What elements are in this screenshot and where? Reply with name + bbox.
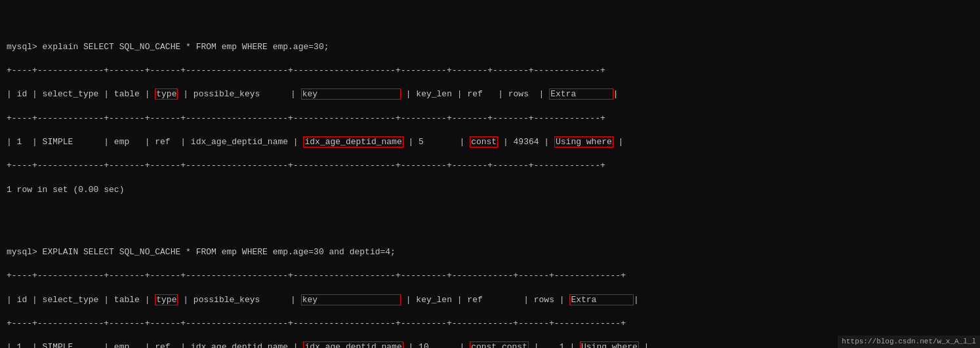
key-value-2: idx_age_deptid_name [303,341,403,348]
ref-value-1: const [470,136,498,147]
sep1-2: +----+-------------+-------+------+-----… [7,113,973,125]
header1: | id | select_type | table | type | poss… [7,88,973,100]
sep2-2: +----+-------------+-------+------+-----… [7,318,973,330]
header2: | id | select_type | table | type | poss… [7,294,973,306]
extra-highlight-1: Extra [549,88,613,100]
block2: mysql> EXPLAIN SELECT SQL_NO_CACHE * FRO… [7,235,973,348]
url-bar: https://blog.csdn.net/w_x_A_l_l [838,336,980,348]
extra-value-1: Using where [554,136,613,147]
key-highlight-1: key [301,88,401,100]
ref-value-2: const,const [470,341,529,348]
extra-value-2: Using where [580,341,639,348]
footer1: 1 row in set (0.00 sec) [7,184,973,196]
datarow1: | 1 | SIMPLE | emp | ref | idx_age_depti… [7,136,973,148]
terminal: mysql> explain SELECT SQL_NO_CACHE * FRO… [7,5,973,348]
key-highlight-2: key [301,294,401,305]
sep1-1: +----+-------------+-------+------+-----… [7,65,973,77]
type-highlight-2: type [155,294,178,305]
command1: mysql> explain SELECT SQL_NO_CACHE * FRO… [7,41,973,53]
command2: mysql> EXPLAIN SELECT SQL_NO_CACHE * FRO… [7,246,973,258]
sep2-1: +----+-------------+-------+------+-----… [7,270,973,282]
type-highlight-1: type [155,88,178,100]
datarow2: | 1 | SIMPLE | emp | ref | idx_age_depti… [7,341,973,348]
block1: mysql> explain SELECT SQL_NO_CACHE * FRO… [7,29,973,208]
sep1-3: +----+-------------+-------+------+-----… [7,160,973,172]
extra-highlight-2: Extra [569,294,634,305]
key-value-1: idx_age_deptid_name [303,136,403,147]
